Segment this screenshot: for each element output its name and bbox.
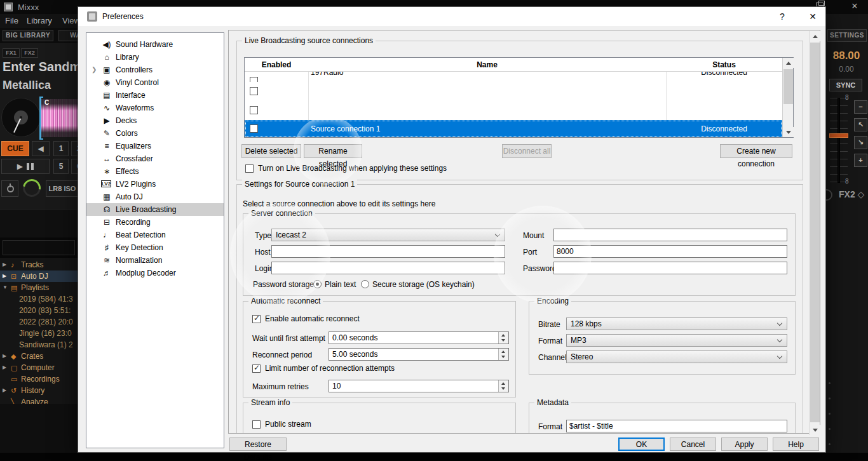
- scroll-down-icon[interactable]: [783, 127, 794, 137]
- spinner-arrows-icon[interactable]: [498, 349, 508, 360]
- hotcue-5-button[interactable]: 5: [53, 159, 69, 174]
- tree-item-recordings[interactable]: ▭ Recordings: [0, 373, 78, 385]
- fx2-assign-label[interactable]: FX2 ◇: [839, 189, 864, 199]
- tree-item-analyze[interactable]: ╲ Analyze: [0, 396, 78, 404]
- dialog-titlebar[interactable]: Preferences ? ✕: [78, 7, 825, 26]
- category-recording[interactable]: ⊟Recording: [86, 216, 224, 229]
- spinner-arrows-icon[interactable]: [498, 332, 508, 344]
- tree-item-computer[interactable]: ▶ ▢ Computer: [0, 362, 78, 373]
- table-row[interactable]: [245, 82, 782, 101]
- wait-spinbox[interactable]: 0.00 seconds: [329, 331, 509, 344]
- hotcue-6-button[interactable]: 6: [71, 159, 78, 174]
- column-header-name[interactable]: Name: [308, 58, 666, 72]
- cancel-button[interactable]: Cancel: [670, 438, 716, 451]
- rate-temp-up-button[interactable]: +: [854, 154, 867, 167]
- help-button[interactable]: Help: [773, 438, 819, 451]
- nudge-up-button[interactable]: ↖: [854, 118, 867, 131]
- category-decks[interactable]: ▶Decks: [86, 114, 224, 127]
- period-spinbox[interactable]: 5.00 seconds: [329, 348, 509, 361]
- category-key-detection[interactable]: ♯Key Detection: [86, 241, 224, 254]
- spinner-arrows-icon[interactable]: [498, 380, 508, 392]
- enabled-checkbox[interactable]: [250, 77, 258, 82]
- category-vinyl-control[interactable]: ◉Vinyl Control: [86, 76, 224, 89]
- category-crossfader[interactable]: ↔Crossfader: [86, 152, 224, 165]
- category-sound-hardware[interactable]: ◀)Sound Hardware: [86, 38, 224, 51]
- category-colors[interactable]: ✎Colors: [86, 127, 224, 140]
- type-select[interactable]: Icecast 2: [271, 229, 505, 241]
- fx1-tab[interactable]: FX1: [3, 48, 20, 58]
- tree-item-playlist[interactable]: 2019 (584) 41:3: [0, 293, 78, 305]
- category-beat-detection[interactable]: ♩Beat Detection: [86, 229, 224, 241]
- restore-defaults-button[interactable]: Restore Defaults: [229, 438, 287, 451]
- checkbox-checked[interactable]: ✓: [252, 315, 261, 323]
- retries-spinbox[interactable]: 10: [329, 380, 509, 392]
- scrollbar-thumb[interactable]: [810, 43, 820, 422]
- mixxx-close-icon[interactable]: ✕: [845, 0, 864, 13]
- rate-temp-down-button[interactable]: −: [854, 100, 867, 114]
- scroll-up-icon[interactable]: [810, 31, 820, 41]
- nudge-down-button[interactable]: ↘: [854, 136, 867, 149]
- tree-item-playlist[interactable]: 2022 (281) 20:0: [0, 316, 78, 328]
- mount-input[interactable]: [553, 229, 787, 241]
- scroll-down-icon[interactable]: [810, 425, 820, 435]
- table-row-selected[interactable]: Source connection 1 Disconnected: [245, 120, 782, 137]
- scrollbar-thumb[interactable]: [783, 69, 793, 104]
- cue-button[interactable]: CUE: [1, 141, 29, 156]
- bitrate-select[interactable]: 128 kbps: [566, 317, 787, 330]
- play-pause-button[interactable]: ▶: [1, 159, 50, 174]
- channels-select[interactable]: Stereo: [566, 351, 787, 363]
- eq-knob[interactable]: [20, 176, 44, 201]
- column-header-enabled[interactable]: Enabled: [245, 58, 308, 72]
- category-lv2-plugins[interactable]: LV2LV2 Plugins: [86, 178, 224, 190]
- tree-item-playlist[interactable]: Jingle (16) 23:0: [0, 328, 78, 339]
- ok-button[interactable]: OK: [618, 438, 665, 451]
- category-library[interactable]: ⌂Library: [86, 51, 224, 63]
- eq-mode-label[interactable]: LR8 ISO: [46, 180, 78, 197]
- category-modplug-decoder[interactable]: ♬Modplug Decoder: [86, 267, 224, 279]
- dialog-help-button[interactable]: ?: [770, 7, 795, 26]
- tree-item-tracks[interactable]: ▶ ♪ Tracks: [0, 259, 78, 271]
- enabled-checkbox[interactable]: [250, 106, 258, 114]
- column-header-status[interactable]: Status: [666, 58, 782, 72]
- hotcue-2-button[interactable]: 2: [71, 141, 78, 156]
- hotcue-1-button[interactable]: 1: [53, 141, 69, 156]
- pitch-slider-handle[interactable]: [829, 133, 848, 138]
- expander-icon[interactable]: ▶: [3, 362, 9, 373]
- library-search-input[interactable]: [3, 240, 75, 255]
- expander-icon[interactable]: ▶: [3, 271, 9, 282]
- tree-item-history[interactable]: ▶ ↺ History: [0, 385, 78, 396]
- table-scrollbar[interactable]: [782, 58, 793, 137]
- category-auto-dj[interactable]: ▦Auto DJ: [86, 190, 224, 203]
- category-live-broadcasting[interactable]: ☊Live Broadcasting: [86, 203, 224, 216]
- dialog-close-button[interactable]: ✕: [800, 7, 825, 26]
- vinyl-spinner[interactable]: [1, 98, 41, 137]
- menu-library[interactable]: Library: [27, 16, 52, 25]
- chevron-right-icon[interactable]: ❯: [92, 63, 97, 76]
- scroll-up-icon[interactable]: [783, 58, 794, 68]
- tree-item-playlist[interactable]: Sandiwara (1) 2: [0, 339, 78, 351]
- delete-selected-button[interactable]: Delete selected: [241, 144, 301, 158]
- login-input[interactable]: [271, 262, 505, 274]
- host-input[interactable]: [271, 245, 505, 258]
- format-select[interactable]: MP3: [566, 334, 787, 347]
- tree-item-playlists[interactable]: ▼ ▤ Playlists: [0, 282, 78, 293]
- category-equalizers[interactable]: ≡Equalizers: [86, 140, 224, 152]
- tree-item-playlist[interactable]: 2020 (83) 5:51:: [0, 305, 78, 316]
- password-input[interactable]: [553, 262, 787, 274]
- settings-button[interactable]: SETTINGS: [827, 29, 867, 42]
- checkbox-unchecked[interactable]: [245, 164, 254, 173]
- category-waveforms[interactable]: ∿Waveforms: [86, 102, 224, 114]
- pitch-slider-track[interactable]: [837, 98, 840, 183]
- category-effects[interactable]: ∗Effects: [86, 165, 224, 178]
- tree-item-crates[interactable]: ▶ ◆ Crates: [0, 351, 78, 362]
- menu-file[interactable]: File: [5, 16, 18, 25]
- checkbox-unchecked[interactable]: [252, 420, 261, 429]
- metadata-format-input[interactable]: [566, 420, 787, 432]
- checkbox-checked[interactable]: ✓: [252, 364, 261, 373]
- enabled-checkbox[interactable]: [250, 87, 258, 95]
- plain-text-radio[interactable]: [313, 280, 322, 288]
- apply-button[interactable]: Apply: [721, 438, 768, 451]
- expander-icon[interactable]: ▶: [3, 385, 9, 396]
- eq-power-button[interactable]: [1, 180, 18, 197]
- prev-button[interactable]: ◀: [32, 141, 50, 156]
